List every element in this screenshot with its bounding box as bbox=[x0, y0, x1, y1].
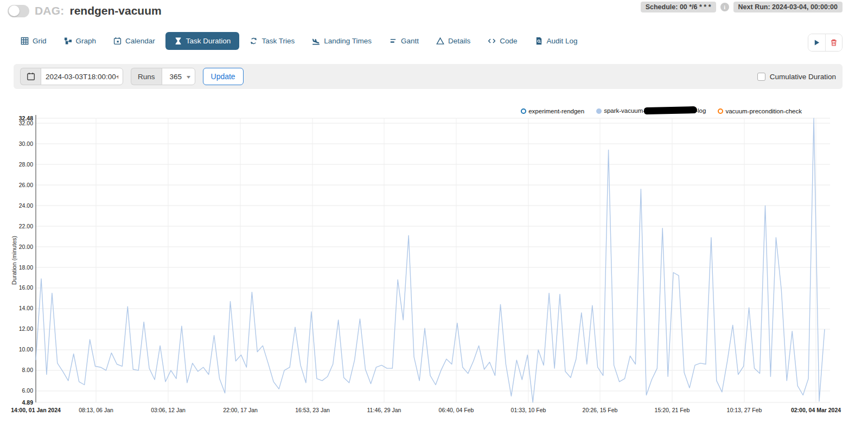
tab-label: Graph bbox=[76, 37, 97, 45]
tab-task-duration[interactable]: Task Duration bbox=[165, 32, 240, 50]
toggle-knob bbox=[9, 5, 20, 16]
y-tick-label: 14.00 bbox=[19, 305, 33, 311]
y-tick-label: 22.00 bbox=[19, 223, 33, 229]
y-tick-label: 32.00 bbox=[19, 120, 33, 126]
dag-title: rendgen-vacuum bbox=[69, 4, 161, 17]
x-tick-label: 16:53, 23 Jan bbox=[295, 407, 330, 413]
base-date-input[interactable] bbox=[41, 68, 123, 85]
x-tick-label: 10:13, 27 Feb bbox=[727, 407, 762, 413]
tab-label: Calendar bbox=[125, 37, 155, 45]
tab-label: Audit Log bbox=[547, 37, 578, 45]
num-runs-select[interactable]: 365 ▾ bbox=[162, 68, 195, 85]
tab-details[interactable]: Details bbox=[429, 32, 477, 50]
tab-label: Details bbox=[448, 37, 470, 45]
hourglass-icon bbox=[174, 37, 182, 45]
x-tick-label: 20:26, 15 Feb bbox=[583, 407, 618, 413]
update-button[interactable]: Update bbox=[203, 68, 244, 85]
dag-label: DAG: bbox=[35, 4, 64, 17]
x-tick-label: 06:40, 04 Feb bbox=[439, 407, 474, 413]
x-tick-label: 11:46, 29 Jan bbox=[367, 407, 401, 413]
delete-dag-button[interactable] bbox=[825, 34, 842, 51]
tab-label: Task Duration bbox=[186, 37, 231, 45]
dag-action-buttons bbox=[808, 34, 843, 52]
tab-label: Landing Times bbox=[324, 37, 372, 45]
legend-marker-open-circle bbox=[521, 108, 526, 114]
chart-legend: experiment-rendgenspark-vacuum--logvacuu… bbox=[521, 107, 802, 115]
x-tick-label: 08:13, 06 Jan bbox=[79, 407, 113, 413]
y-tick-label: 26.00 bbox=[19, 182, 33, 188]
tab-label: Gantt bbox=[401, 37, 419, 45]
y-tick-label: 8.00 bbox=[22, 367, 34, 373]
trash-icon bbox=[830, 39, 838, 47]
tab-grid[interactable]: Grid bbox=[14, 32, 54, 50]
cumulative-duration-label: Cumulative Duration bbox=[770, 73, 836, 81]
next-run-badge: Next Run: 2024-03-04, 00:00:00 bbox=[733, 2, 843, 12]
x-tick-label: 14:00, 01 Jan 2024 bbox=[11, 407, 61, 413]
y-tick-label: 24.00 bbox=[19, 202, 33, 209]
tab-audit-log[interactable]: Audit Log bbox=[528, 32, 585, 50]
y-tick-label: 28.00 bbox=[19, 161, 33, 168]
tab-task-tries[interactable]: Task Tries bbox=[242, 32, 302, 50]
y-axis-title: Duration (minutes) bbox=[11, 236, 17, 285]
tab-landing-times[interactable]: Landing Times bbox=[305, 32, 379, 50]
tab-gantt[interactable]: Gantt bbox=[382, 32, 426, 50]
legend-marker-open-circle bbox=[718, 108, 723, 114]
code-icon bbox=[488, 37, 496, 45]
tab-label: Grid bbox=[33, 37, 47, 45]
y-tick-label: 20.00 bbox=[19, 244, 33, 250]
legend-label: vacuum-precondition-check bbox=[725, 108, 802, 114]
dag-pause-toggle[interactable] bbox=[8, 5, 29, 17]
tab-graph[interactable]: Graph bbox=[57, 32, 104, 50]
calendar-icon bbox=[113, 37, 122, 45]
tab-calendar[interactable]: Calendar bbox=[106, 32, 162, 50]
dag-header: DAG: rendgen-vacuum bbox=[8, 4, 162, 17]
gantt-bars-icon bbox=[389, 37, 397, 45]
legend-label: spark-vacuum--log bbox=[604, 107, 706, 115]
x-tick-label: 15:20, 21 Feb bbox=[655, 407, 690, 413]
x-tick-label: 02:00, 04 Mar 2024 bbox=[791, 407, 841, 413]
chart-canvas[interactable]: 32.4832.0030.0028.0026.0024.0022.0020.00… bbox=[0, 103, 868, 426]
y-tick-label: 18.00 bbox=[19, 264, 33, 271]
legend-item[interactable]: experiment-rendgen bbox=[521, 108, 584, 114]
airflow-dag-page: DAG: rendgen-vacuum Schedule: 00 */6 * *… bbox=[0, 0, 868, 429]
runs-group: Runs 365 ▾ bbox=[131, 68, 195, 85]
view-tabs: GridGraphCalendarTask DurationTask Tries… bbox=[14, 32, 585, 50]
chart-line bbox=[36, 118, 825, 402]
play-icon bbox=[813, 39, 820, 46]
legend-label: experiment-rendgen bbox=[528, 108, 584, 114]
legend-item[interactable]: spark-vacuum--log bbox=[596, 107, 706, 115]
y-tick-label: 6.00 bbox=[22, 387, 34, 394]
schedule-badge: Schedule: 00 */6 * * * bbox=[641, 2, 716, 12]
x-tick-label: 03:06, 12 Jan bbox=[151, 407, 186, 413]
legend-item[interactable]: vacuum-precondition-check bbox=[718, 108, 802, 114]
task-duration-chart: 32.4832.0030.0028.0026.0024.0022.0020.00… bbox=[0, 103, 868, 426]
y-tick-label: 16.00 bbox=[19, 284, 33, 291]
chevron-down-icon: ▾ bbox=[187, 74, 190, 80]
filter-bar: Runs 365 ▾ Update Cumulative Duration bbox=[14, 64, 843, 89]
cumulative-duration-checkbox[interactable] bbox=[757, 73, 765, 81]
trigger-dag-button[interactable] bbox=[808, 34, 825, 51]
header-badges: Schedule: 00 */6 * * * i Next Run: 2024-… bbox=[641, 2, 843, 12]
y-tick-label: 4.89 bbox=[22, 399, 34, 406]
tab-label: Code bbox=[500, 37, 517, 45]
num-runs-value: 365 bbox=[170, 73, 182, 81]
tab-code[interactable]: Code bbox=[481, 32, 524, 50]
triangle-icon bbox=[436, 37, 444, 45]
repeat-icon bbox=[250, 37, 258, 45]
legend-marker-filled-circle bbox=[596, 108, 602, 114]
y-tick-label: 12.00 bbox=[19, 325, 33, 332]
graph-icon bbox=[64, 37, 72, 45]
calendar-icon bbox=[27, 72, 35, 81]
y-tick-label: 10.00 bbox=[19, 346, 33, 353]
x-tick-label: 01:33, 10 Feb bbox=[511, 407, 546, 413]
runs-label: Runs bbox=[131, 68, 162, 85]
cumulative-duration-control: Cumulative Duration bbox=[757, 73, 836, 81]
grid-icon bbox=[21, 37, 29, 45]
info-icon[interactable]: i bbox=[720, 3, 729, 11]
calendar-picker-button[interactable] bbox=[20, 68, 41, 85]
y-tick-label: 30.00 bbox=[19, 140, 33, 147]
x-tick-label: 22:00, 17 Jan bbox=[223, 407, 258, 413]
redaction-scribble bbox=[644, 106, 697, 114]
tab-label: Task Tries bbox=[261, 37, 295, 45]
audit-doc-icon bbox=[535, 37, 543, 45]
